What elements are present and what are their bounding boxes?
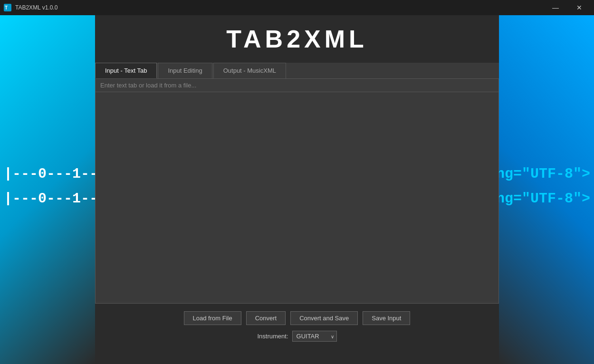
convert-and-save-button[interactable]: Convert and Save bbox=[290, 311, 358, 325]
app-name-label: TAB2XML v1.0.0 bbox=[15, 4, 57, 11]
tab-input-editing[interactable]: Input Editing bbox=[158, 63, 212, 78]
title-bar: T TAB2XML v1.0.0 — ✕ bbox=[0, 0, 594, 15]
instrument-row: Instrument: GUITARBASSUKULELEDRUMS bbox=[257, 329, 336, 342]
bg-right-line-1: ng="UTF-8"> bbox=[496, 162, 590, 186]
instrument-select[interactable]: GUITARBASSUKULELEDRUMS bbox=[292, 331, 337, 342]
toolbar: Load from File Convert Convert and Save … bbox=[95, 304, 499, 329]
load-from-file-button[interactable]: Load from File bbox=[184, 311, 241, 325]
tab-bar: Input - Text Tab Input Editing Output - … bbox=[95, 63, 499, 78]
bg-right-line-2: ng="UTF-8"> bbox=[496, 186, 590, 211]
editor-placeholder-bar: Enter text tab or load it from a file... bbox=[96, 79, 498, 92]
bg-left-notation: |---0---1-- |---0---1-- bbox=[4, 162, 98, 211]
bg-right-notation: ng="UTF-8"> ng="UTF-8"> bbox=[496, 162, 590, 211]
minimize-button[interactable]: — bbox=[545, 0, 566, 15]
bg-left-line-2: |---0---1-- bbox=[4, 186, 98, 211]
instrument-label: Instrument: bbox=[257, 333, 288, 340]
app-title: TAB2XML bbox=[226, 25, 368, 53]
save-input-button[interactable]: Save Input bbox=[363, 311, 410, 325]
editor-container: Enter text tab or load it from a file... bbox=[95, 78, 499, 304]
input-textarea[interactable] bbox=[96, 92, 498, 301]
bg-left-line-1: |---0---1-- bbox=[4, 162, 98, 186]
close-button[interactable]: ✕ bbox=[568, 0, 590, 15]
tab-output-musicxml[interactable]: Output - MusicXML bbox=[213, 63, 286, 78]
main-content: TAB2XML Input - Text Tab Input Editing O… bbox=[95, 15, 499, 364]
app-icon: T bbox=[4, 4, 11, 11]
window-controls: — ✕ bbox=[545, 0, 590, 15]
title-bar-left: T TAB2XML v1.0.0 bbox=[4, 4, 57, 11]
convert-button[interactable]: Convert bbox=[246, 311, 286, 325]
instrument-wrapper: GUITARBASSUKULELEDRUMS bbox=[292, 331, 337, 342]
tab-input-text[interactable]: Input - Text Tab bbox=[95, 63, 157, 78]
svg-text:T: T bbox=[5, 5, 8, 10]
